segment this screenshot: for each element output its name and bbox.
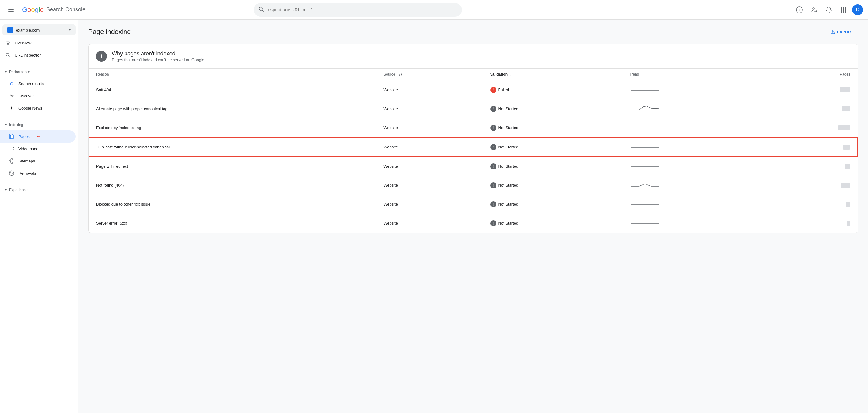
pages-cell [777, 183, 850, 188]
sidebar-item-label: Search results [19, 81, 44, 86]
source-cell: Website [376, 176, 483, 195]
trend-sparkline [630, 199, 660, 208]
trend-sparkline [630, 142, 660, 151]
pages-cell [777, 164, 850, 169]
svg-rect-1 [8, 9, 14, 10]
search-input[interactable] [267, 7, 457, 12]
sidebar-item-search-results[interactable]: G Search results [0, 77, 76, 90]
table-wrap: Reason Source ? Validation ↓ Trend [89, 69, 858, 233]
table-row[interactable]: Page with redirect Website ! Not Started [89, 157, 858, 176]
sidebar-item-label: Removals [19, 171, 36, 176]
table-row[interactable]: Soft 404 Website ! Failed [89, 80, 858, 99]
svg-rect-22 [9, 147, 13, 150]
svg-rect-12 [841, 9, 842, 11]
reason-cell: Blocked due to other 4xx issue [89, 195, 376, 214]
status-icon: ! [490, 163, 496, 170]
svg-rect-11 [845, 7, 846, 8]
table-row[interactable]: Blocked due to other 4xx issue Website !… [89, 195, 858, 214]
search-small-icon [5, 52, 11, 58]
pages-cell [770, 157, 858, 176]
sidebar: example.com ▾ Overview [0, 20, 79, 413]
sitemaps-icon [8, 158, 15, 164]
sidebar-item-pages[interactable]: Pages ← [0, 130, 76, 143]
top-icons: ? [793, 4, 863, 16]
card-header-text: Why pages aren't indexed Pages that aren… [112, 50, 204, 62]
col-validation[interactable]: Validation ↓ [483, 69, 622, 80]
sidebar-item-discover[interactable]: ✳ Discover [0, 90, 76, 102]
sidebar-item-overview[interactable]: Overview [0, 37, 76, 49]
manage-users-button[interactable] [808, 4, 820, 16]
filter-button[interactable] [844, 54, 850, 59]
nav-divider-3 [0, 182, 78, 182]
page-indexing-card: i Why pages aren't indexed Pages that ar… [88, 44, 858, 233]
table-row[interactable]: Duplicate without user-selected canonica… [89, 137, 858, 157]
news-icon: ✦ [8, 106, 15, 110]
validation-label: Not Started [498, 202, 519, 207]
nav-section-indexing: ▾ Indexing Pages ← [0, 119, 78, 179]
download-icon [830, 29, 835, 34]
card-header: i Why pages aren't indexed Pages that ar… [89, 44, 858, 69]
search-input-wrap[interactable] [254, 3, 462, 16]
table-row[interactable]: Not found (404) Website ! Not Started [89, 176, 858, 195]
property-icon [7, 27, 13, 33]
google-wordmark: Google [22, 6, 44, 14]
info-icon: i [96, 51, 107, 62]
validation-label: Not Started [498, 106, 519, 111]
validation-label: Not Started [498, 126, 519, 130]
pages-cell [770, 195, 858, 214]
table-row[interactable]: Excluded by 'noindex' tag Website ! Not … [89, 118, 858, 138]
validation-cell: ! Not Started [483, 99, 622, 118]
logo[interactable]: Google Search Console [22, 6, 86, 14]
source-cell: Website [376, 157, 483, 176]
pages-cell [777, 88, 850, 92]
content-area: Page indexing EXPORT i Why pages aren't … [79, 20, 868, 413]
indexing-table: Reason Source ? Validation ↓ Trend [89, 69, 858, 233]
svg-rect-13 [843, 9, 844, 11]
property-selector[interactable]: example.com ▾ [2, 25, 76, 35]
sidebar-item-url-inspection[interactable]: URL inspection [0, 49, 76, 61]
status-icon: ! [490, 220, 496, 227]
pages-bar [838, 126, 850, 130]
status-icon: ! [490, 182, 496, 188]
validation-label: Not Started [498, 221, 519, 226]
avatar[interactable]: D [852, 4, 863, 15]
sidebar-section-experience[interactable]: ▾ Experience [0, 184, 78, 196]
chevron-down-icon: ▾ [5, 123, 7, 127]
pages-cell [777, 126, 850, 130]
source-cell: Website [376, 99, 483, 118]
sidebar-item-video-pages[interactable]: Video pages [0, 143, 76, 155]
svg-rect-25 [11, 162, 12, 163]
col-source: Source ? [376, 69, 483, 80]
nav-divider [0, 64, 78, 64]
validation-cell: ! Not Started [483, 118, 622, 138]
video-pages-icon [8, 146, 15, 151]
notifications-button[interactable] [823, 4, 835, 16]
source-help-icon[interactable]: ? [398, 72, 402, 76]
menu-button[interactable] [5, 4, 17, 16]
search-icon [258, 6, 264, 13]
apps-button[interactable] [837, 4, 849, 16]
trend-cell [622, 195, 770, 214]
sidebar-item-removals[interactable]: Removals [0, 167, 76, 179]
validation-label: Not Started [498, 164, 519, 169]
sidebar-section-indexing[interactable]: ▾ Indexing [0, 119, 78, 130]
trend-cell [622, 118, 770, 138]
nav-section-experience: ▾ Experience [0, 184, 78, 196]
trend-sparkline [630, 218, 660, 227]
table-row[interactable]: Alternate page with proper canonical tag… [89, 99, 858, 118]
pages-cell [770, 118, 858, 138]
pages-cell [777, 221, 850, 226]
source-cell: Website [376, 80, 483, 99]
top-bar: Google Search Console ? [0, 0, 868, 20]
arrow-indicator: ← [36, 133, 41, 140]
chevron-down-icon: ▾ [5, 188, 7, 192]
validation-cell: ! Not Started [483, 157, 622, 176]
help-button[interactable]: ? [793, 4, 806, 16]
export-button[interactable]: EXPORT [826, 27, 858, 37]
pages-bar [842, 106, 850, 111]
sidebar-item-sitemaps[interactable]: Sitemaps [0, 155, 76, 167]
reason-cell: Soft 404 [89, 80, 376, 99]
sidebar-section-performance[interactable]: ▾ Performance [0, 66, 78, 77]
table-row[interactable]: Server error (5xx) Website ! Not Started [89, 214, 858, 233]
sidebar-item-google-news[interactable]: ✦ Google News [0, 102, 76, 114]
